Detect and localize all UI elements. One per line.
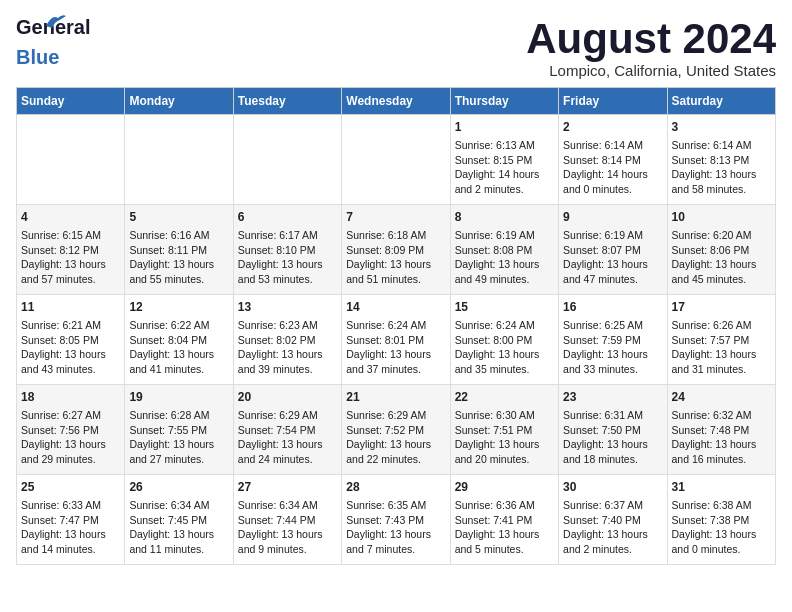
header-friday: Friday [559,88,667,115]
page-header: General Blue August 2024 Lompico, Califo… [16,16,776,79]
calendar-cell: 30Sunrise: 6:37 AMSunset: 7:40 PMDayligh… [559,475,667,565]
calendar-cell: 9Sunrise: 6:19 AMSunset: 8:07 PMDaylight… [559,205,667,295]
day-number: 13 [238,299,337,316]
day-info: Sunset: 7:59 PM [563,333,662,348]
day-info: Sunset: 8:09 PM [346,243,445,258]
day-info: Sunrise: 6:20 AM [672,228,771,243]
header-tuesday: Tuesday [233,88,341,115]
day-info: Sunset: 8:15 PM [455,153,554,168]
day-info: Sunrise: 6:15 AM [21,228,120,243]
day-info: Sunrise: 6:13 AM [455,138,554,153]
day-info: and 20 minutes. [455,452,554,467]
day-number: 10 [672,209,771,226]
day-number: 27 [238,479,337,496]
day-info: Sunset: 7:44 PM [238,513,337,528]
day-info: Sunrise: 6:37 AM [563,498,662,513]
day-info: Daylight: 13 hours [21,527,120,542]
page-subtitle: Lompico, California, United States [526,62,776,79]
calendar-cell: 19Sunrise: 6:28 AMSunset: 7:55 PMDayligh… [125,385,233,475]
day-info: Daylight: 13 hours [672,167,771,182]
day-info: Sunset: 8:08 PM [455,243,554,258]
day-info: Sunset: 7:38 PM [672,513,771,528]
calendar-cell: 23Sunrise: 6:31 AMSunset: 7:50 PMDayligh… [559,385,667,475]
day-number: 12 [129,299,228,316]
day-info: Sunrise: 6:14 AM [563,138,662,153]
calendar-cell: 7Sunrise: 6:18 AMSunset: 8:09 PMDaylight… [342,205,450,295]
calendar-table: SundayMondayTuesdayWednesdayThursdayFrid… [16,87,776,565]
day-number: 5 [129,209,228,226]
day-number: 30 [563,479,662,496]
day-info: Sunrise: 6:24 AM [455,318,554,333]
calendar-cell: 5Sunrise: 6:16 AMSunset: 8:11 PMDaylight… [125,205,233,295]
day-info: Sunset: 7:48 PM [672,423,771,438]
day-info: and 43 minutes. [21,362,120,377]
day-info: Sunrise: 6:34 AM [238,498,337,513]
day-info: Sunrise: 6:35 AM [346,498,445,513]
day-number: 22 [455,389,554,406]
week-row-3: 11Sunrise: 6:21 AMSunset: 8:05 PMDayligh… [17,295,776,385]
day-number: 9 [563,209,662,226]
day-number: 2 [563,119,662,136]
day-info: and 51 minutes. [346,272,445,287]
day-info: and 33 minutes. [563,362,662,377]
day-info: and 18 minutes. [563,452,662,467]
day-info: Sunset: 8:05 PM [21,333,120,348]
day-info: Sunrise: 6:29 AM [346,408,445,423]
day-info: Daylight: 14 hours [563,167,662,182]
day-info: and 14 minutes. [21,542,120,557]
day-info: and 29 minutes. [21,452,120,467]
day-number: 3 [672,119,771,136]
calendar-cell: 1Sunrise: 6:13 AMSunset: 8:15 PMDaylight… [450,115,558,205]
day-number: 31 [672,479,771,496]
day-info: Sunrise: 6:33 AM [21,498,120,513]
day-info: Daylight: 13 hours [563,527,662,542]
day-info: and 2 minutes. [563,542,662,557]
day-number: 26 [129,479,228,496]
calendar-cell [17,115,125,205]
day-number: 29 [455,479,554,496]
day-info: Sunrise: 6:21 AM [21,318,120,333]
day-info: Sunrise: 6:19 AM [455,228,554,243]
day-info: Sunrise: 6:24 AM [346,318,445,333]
day-info: Sunrise: 6:17 AM [238,228,337,243]
day-number: 20 [238,389,337,406]
day-info: and 47 minutes. [563,272,662,287]
day-number: 8 [455,209,554,226]
calendar-cell: 13Sunrise: 6:23 AMSunset: 8:02 PMDayligh… [233,295,341,385]
calendar-cell: 28Sunrise: 6:35 AMSunset: 7:43 PMDayligh… [342,475,450,565]
day-info: and 9 minutes. [238,542,337,557]
calendar-cell: 16Sunrise: 6:25 AMSunset: 7:59 PMDayligh… [559,295,667,385]
day-info: Sunrise: 6:29 AM [238,408,337,423]
day-info: Sunrise: 6:36 AM [455,498,554,513]
calendar-cell: 21Sunrise: 6:29 AMSunset: 7:52 PMDayligh… [342,385,450,475]
day-number: 14 [346,299,445,316]
day-info: and 55 minutes. [129,272,228,287]
day-info: Sunrise: 6:28 AM [129,408,228,423]
calendar-cell: 12Sunrise: 6:22 AMSunset: 8:04 PMDayligh… [125,295,233,385]
day-info: and 57 minutes. [21,272,120,287]
day-number: 11 [21,299,120,316]
day-info: Daylight: 13 hours [455,437,554,452]
header-thursday: Thursday [450,88,558,115]
day-info: Daylight: 13 hours [455,347,554,362]
day-info: Sunrise: 6:22 AM [129,318,228,333]
day-info: Sunset: 8:06 PM [672,243,771,258]
calendar-cell: 14Sunrise: 6:24 AMSunset: 8:01 PMDayligh… [342,295,450,385]
header-saturday: Saturday [667,88,775,115]
day-info: Sunset: 8:07 PM [563,243,662,258]
day-info: Sunrise: 6:31 AM [563,408,662,423]
week-row-1: 1Sunrise: 6:13 AMSunset: 8:15 PMDaylight… [17,115,776,205]
day-info: Daylight: 13 hours [672,527,771,542]
day-info: Daylight: 13 hours [455,527,554,542]
day-info: Sunset: 7:50 PM [563,423,662,438]
day-info: Daylight: 13 hours [563,257,662,272]
day-info: and 0 minutes. [672,542,771,557]
calendar-cell: 29Sunrise: 6:36 AMSunset: 7:41 PMDayligh… [450,475,558,565]
day-info: Sunset: 8:01 PM [346,333,445,348]
day-info: Sunset: 7:47 PM [21,513,120,528]
calendar-cell [125,115,233,205]
calendar-header-row: SundayMondayTuesdayWednesdayThursdayFrid… [17,88,776,115]
day-info: Sunrise: 6:25 AM [563,318,662,333]
day-info: Sunset: 8:10 PM [238,243,337,258]
day-info: Daylight: 13 hours [238,347,337,362]
